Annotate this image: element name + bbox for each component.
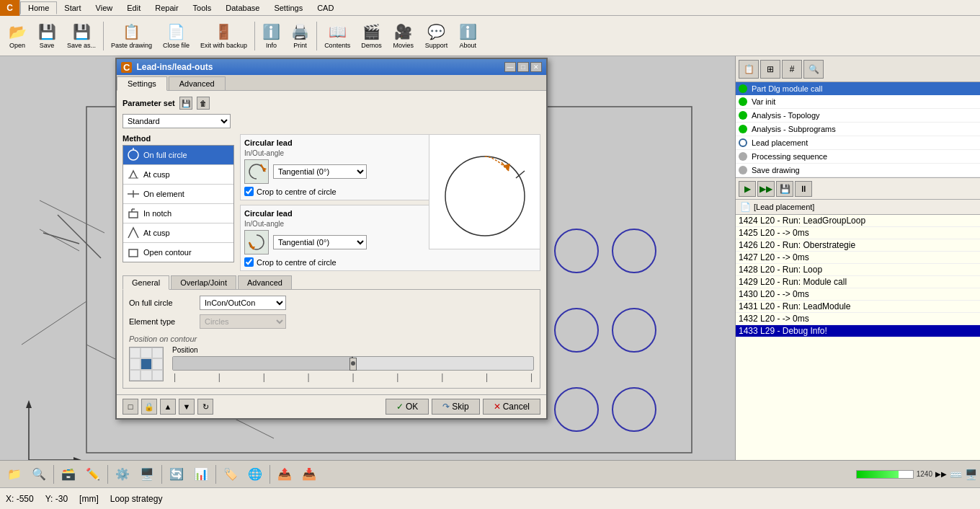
print-button[interactable]: 🖨️ Print [286,18,314,54]
right-toolbar-btn-3[interactable]: # [782,60,802,79]
method-item-4[interactable]: At cusp [123,223,233,243]
bottom-btn-11[interactable]: 📥 [298,464,321,485]
exit-backup-button[interactable]: 🚪 Exit with backup [195,18,252,54]
sequence-item-3[interactable]: Analysis - Subprograms [736,123,980,136]
dialog-restore-btn[interactable]: □ [517,62,529,72]
open-button[interactable]: 📂 Open [3,18,32,54]
lead-in-crop-checkbox[interactable] [244,187,254,196]
dialog-tab-advanced[interactable]: Advanced [169,76,226,90]
svg-point-9 [555,309,598,352]
lead-out-angle-select[interactable]: Tangential (0°) 90° 45° [273,235,367,249]
info-button[interactable]: ℹ️ Info [257,18,285,54]
inner-tab-advanced[interactable]: Advanced [238,275,292,289]
dialog-footer-icon-3[interactable]: ▼ [179,399,195,415]
param-save-btn[interactable]: 💾 [179,97,192,110]
grid-cell-4-active[interactable] [141,358,151,369]
skip-button[interactable]: ↷ Skip [432,399,479,415]
sequence-item-0[interactable]: Part Dlg module call [736,82,980,95]
param-set-select[interactable]: Standard [122,114,231,128]
bottom-btn-3[interactable]: ✏️ [81,464,104,485]
menu-view[interactable]: View [89,2,120,14]
sequence-item-6[interactable]: Save drawing [736,164,980,177]
seq-dot-6 [739,166,747,174]
right-toolbar-btn-1[interactable]: 📋 [739,60,759,79]
right-toolbar-btn-2[interactable]: ⊞ [760,60,780,79]
bottom-btn-10[interactable]: 📤 [273,464,296,485]
method-item-0[interactable]: On full circle [123,146,233,165]
grid-cell-5[interactable] [152,358,163,369]
on-full-circle-select[interactable]: InCon/OutCon InCon OutCon [200,296,286,310]
bottom-btn-9[interactable]: 🌐 [244,464,267,485]
menu-settings[interactable]: Settings [267,2,310,14]
bottom-btn-4[interactable]: ⚙️ [111,464,134,485]
right-arrows[interactable]: ▶▶ [935,470,947,478]
dialog-titlebar[interactable]: C Lead-ins/lead-outs — □ ✕ [117,59,546,75]
dialog-close-btn[interactable]: ✕ [530,62,542,72]
paste-drawing-button[interactable]: 📋 Paste drawing [106,18,157,54]
svg-rect-25 [129,249,138,257]
right-toolbar-btn-4[interactable]: 🔍 [803,60,824,79]
inner-tab-general[interactable]: General [122,275,169,290]
dialog-footer-icon-1[interactable]: 🔒 [141,399,157,415]
pause-btn[interactable]: ⏸ [795,181,812,197]
menu-home[interactable]: Home [20,1,57,14]
bottom-btn-5[interactable]: 🖥️ [135,464,159,485]
save-as-button[interactable]: 💾 Save as... [62,18,101,54]
sequence-item-1[interactable]: Var init [736,95,980,109]
menu-edit[interactable]: Edit [120,2,148,14]
support-button[interactable]: 💬 Support [420,18,453,54]
cancel-button[interactable]: ✕ Cancel [483,399,540,415]
log-item-3: 1427 L20 - -> 0ms [736,252,980,264]
menu-database[interactable]: Database [218,2,267,14]
menu-repair[interactable]: Repair [148,2,185,14]
grid-cell-2[interactable] [152,348,163,358]
grid-cell-8[interactable] [152,370,163,381]
close-file-button[interactable]: 📄 Close file [158,18,195,54]
inner-tab-overlap[interactable]: Overlap/Joint [171,275,236,289]
method-item-1[interactable]: At cusp [123,165,233,185]
grid-cell-7[interactable] [141,370,151,381]
contents-button[interactable]: 📖 Contents [319,18,355,54]
element-type-select[interactable]: Circles Lines All [200,314,286,329]
status-y: Y: -30 [45,494,68,504]
save-state-btn[interactable]: 💾 [776,181,793,197]
save-as-icon: 💾 [73,23,91,40]
bottom-btn-8[interactable]: 🏷️ [219,464,242,485]
method-item-2[interactable]: On element [123,185,233,204]
menu-start[interactable]: Start [57,2,88,14]
lead-out-crop-checkbox[interactable] [244,257,254,267]
param-delete-btn[interactable]: 🗑 [197,97,210,110]
bottom-btn-6[interactable]: 🔄 [165,464,188,485]
bottom-btn-7[interactable]: 📊 [190,464,213,485]
run-btn[interactable]: ▶ [739,181,756,197]
method-item-3[interactable]: In notch [123,204,233,223]
dialog-footer-icon-2[interactable]: ▲ [160,399,176,415]
grid-cell-3[interactable] [130,358,141,369]
log-item-9: 1433 L29 - Debug Info! [736,325,980,337]
step-btn[interactable]: ▶▶ [757,181,775,197]
dialog-footer-icon-4[interactable]: ↻ [197,399,213,415]
method-item-5[interactable]: Open contour [123,243,233,262]
menu-cad[interactable]: CAD [310,2,341,14]
dialog-minimize-btn[interactable]: — [504,62,516,72]
bottom-btn-1[interactable]: 🔍 [27,464,50,485]
grid-cell-1[interactable] [141,348,151,358]
about-button[interactable]: ℹ️ About [453,18,482,54]
movies-button[interactable]: 🎥 Movies [388,18,419,54]
contents-icon: 📖 [329,23,347,40]
ok-button[interactable]: ✓ OK [386,399,429,415]
save-button[interactable]: 💾 Save [32,18,61,54]
sequence-item-2[interactable]: Analysis - Topology [736,109,980,123]
lead-in-angle-select[interactable]: Tangential (0°) 90° 45° [273,164,367,179]
sequence-item-4[interactable]: Lead placement [736,136,980,150]
grid-cell-6[interactable] [130,370,141,381]
dialog-footer-icon-0[interactable]: □ [122,399,138,415]
menu-tools[interactable]: Tools [186,2,219,14]
demos-label: Demos [361,42,382,49]
grid-cell-0[interactable] [130,348,141,358]
sequence-item-5[interactable]: Processing sequence [736,150,980,164]
demos-button[interactable]: 🎬 Demos [356,18,387,54]
dialog-tab-settings[interactable]: Settings [117,76,167,91]
bottom-btn-0[interactable]: 📁 [3,464,26,485]
bottom-btn-2[interactable]: 🗃️ [57,464,80,485]
